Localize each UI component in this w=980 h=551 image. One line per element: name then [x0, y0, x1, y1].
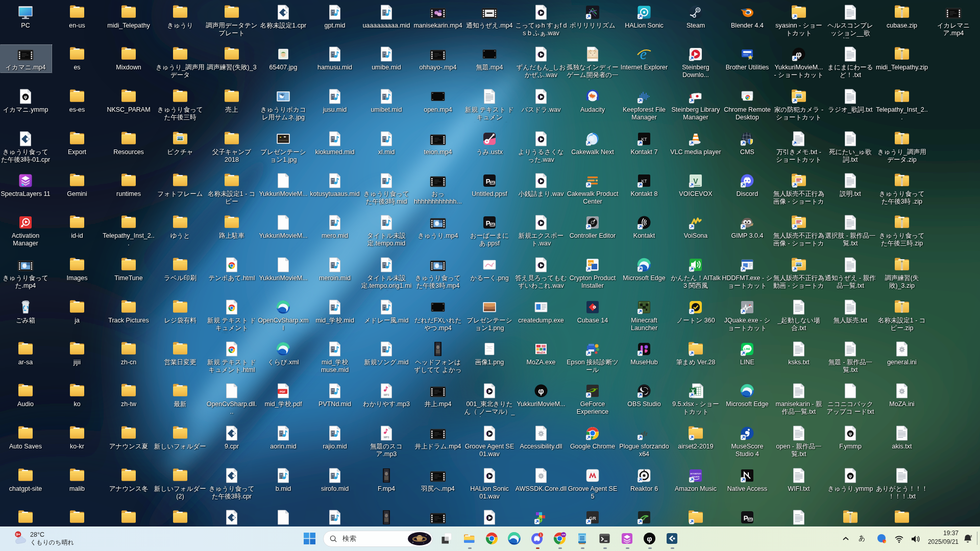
svg-text:1: 1: [540, 533, 542, 537]
svg-text:z: z: [970, 534, 972, 538]
svg-text:φ: φ: [647, 535, 652, 543]
svg-text:9+: 9+: [16, 533, 20, 537]
